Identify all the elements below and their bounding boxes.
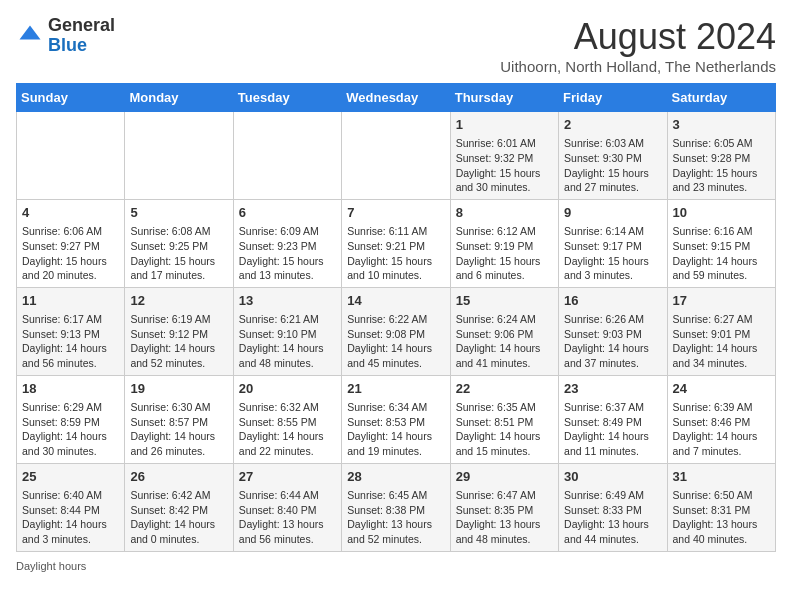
sunset-text: Sunset: 9:23 PM bbox=[239, 239, 336, 254]
header-friday: Friday bbox=[559, 84, 667, 112]
day-number: 31 bbox=[673, 468, 770, 486]
daylight-text: Daylight: 15 hours and 30 minutes. bbox=[456, 166, 553, 195]
day-number: 13 bbox=[239, 292, 336, 310]
sunrise-text: Sunrise: 6:42 AM bbox=[130, 488, 227, 503]
header-monday: Monday bbox=[125, 84, 233, 112]
calendar-cell: 30Sunrise: 6:49 AMSunset: 8:33 PMDayligh… bbox=[559, 463, 667, 551]
daylight-text: Daylight: 14 hours and 11 minutes. bbox=[564, 429, 661, 458]
logo-text: General Blue bbox=[48, 16, 115, 56]
sunset-text: Sunset: 8:42 PM bbox=[130, 503, 227, 518]
day-number: 22 bbox=[456, 380, 553, 398]
calendar-week-1: 1Sunrise: 6:01 AMSunset: 9:32 PMDaylight… bbox=[17, 112, 776, 200]
sunrise-text: Sunrise: 6:12 AM bbox=[456, 224, 553, 239]
sunrise-text: Sunrise: 6:32 AM bbox=[239, 400, 336, 415]
daylight-text: Daylight: 14 hours and 52 minutes. bbox=[130, 341, 227, 370]
sunset-text: Sunset: 8:38 PM bbox=[347, 503, 444, 518]
sunrise-text: Sunrise: 6:17 AM bbox=[22, 312, 119, 327]
sunrise-text: Sunrise: 6:50 AM bbox=[673, 488, 770, 503]
sunset-text: Sunset: 9:15 PM bbox=[673, 239, 770, 254]
sunset-text: Sunset: 9:01 PM bbox=[673, 327, 770, 342]
header-row: Sunday Monday Tuesday Wednesday Thursday… bbox=[17, 84, 776, 112]
daylight-text: Daylight: 15 hours and 27 minutes. bbox=[564, 166, 661, 195]
daylight-text: Daylight: 13 hours and 40 minutes. bbox=[673, 517, 770, 546]
sunrise-text: Sunrise: 6:22 AM bbox=[347, 312, 444, 327]
calendar-cell: 14Sunrise: 6:22 AMSunset: 9:08 PMDayligh… bbox=[342, 287, 450, 375]
day-number: 30 bbox=[564, 468, 661, 486]
calendar-week-3: 11Sunrise: 6:17 AMSunset: 9:13 PMDayligh… bbox=[17, 287, 776, 375]
day-number: 5 bbox=[130, 204, 227, 222]
sunrise-text: Sunrise: 6:27 AM bbox=[673, 312, 770, 327]
calendar-cell: 9Sunrise: 6:14 AMSunset: 9:17 PMDaylight… bbox=[559, 199, 667, 287]
sunrise-text: Sunrise: 6:40 AM bbox=[22, 488, 119, 503]
calendar-cell: 2Sunrise: 6:03 AMSunset: 9:30 PMDaylight… bbox=[559, 112, 667, 200]
sunrise-text: Sunrise: 6:47 AM bbox=[456, 488, 553, 503]
day-number: 19 bbox=[130, 380, 227, 398]
daylight-text: Daylight: 15 hours and 6 minutes. bbox=[456, 254, 553, 283]
sunset-text: Sunset: 9:21 PM bbox=[347, 239, 444, 254]
sunset-text: Sunset: 9:08 PM bbox=[347, 327, 444, 342]
header-tuesday: Tuesday bbox=[233, 84, 341, 112]
sunset-text: Sunset: 9:19 PM bbox=[456, 239, 553, 254]
sunset-text: Sunset: 8:46 PM bbox=[673, 415, 770, 430]
logo-blue-text: Blue bbox=[48, 35, 87, 55]
day-number: 1 bbox=[456, 116, 553, 134]
daylight-text: Daylight: 13 hours and 44 minutes. bbox=[564, 517, 661, 546]
sunset-text: Sunset: 8:44 PM bbox=[22, 503, 119, 518]
svg-marker-0 bbox=[20, 25, 41, 39]
daylight-text: Daylight: 13 hours and 48 minutes. bbox=[456, 517, 553, 546]
calendar-cell: 8Sunrise: 6:12 AMSunset: 9:19 PMDaylight… bbox=[450, 199, 558, 287]
daylight-text: Daylight: 14 hours and 45 minutes. bbox=[347, 341, 444, 370]
day-number: 3 bbox=[673, 116, 770, 134]
day-number: 27 bbox=[239, 468, 336, 486]
day-number: 14 bbox=[347, 292, 444, 310]
calendar-cell: 26Sunrise: 6:42 AMSunset: 8:42 PMDayligh… bbox=[125, 463, 233, 551]
daylight-text: Daylight: 15 hours and 23 minutes. bbox=[673, 166, 770, 195]
calendar-cell: 28Sunrise: 6:45 AMSunset: 8:38 PMDayligh… bbox=[342, 463, 450, 551]
daylight-text: Daylight: 14 hours and 3 minutes. bbox=[22, 517, 119, 546]
sunrise-text: Sunrise: 6:09 AM bbox=[239, 224, 336, 239]
sunset-text: Sunset: 9:30 PM bbox=[564, 151, 661, 166]
calendar-cell bbox=[17, 112, 125, 200]
sunset-text: Sunset: 9:12 PM bbox=[130, 327, 227, 342]
day-number: 16 bbox=[564, 292, 661, 310]
calendar-cell: 16Sunrise: 6:26 AMSunset: 9:03 PMDayligh… bbox=[559, 287, 667, 375]
calendar-cell: 10Sunrise: 6:16 AMSunset: 9:15 PMDayligh… bbox=[667, 199, 775, 287]
sunrise-text: Sunrise: 6:35 AM bbox=[456, 400, 553, 415]
calendar-cell: 5Sunrise: 6:08 AMSunset: 9:25 PMDaylight… bbox=[125, 199, 233, 287]
calendar-cell: 4Sunrise: 6:06 AMSunset: 9:27 PMDaylight… bbox=[17, 199, 125, 287]
calendar-cell: 17Sunrise: 6:27 AMSunset: 9:01 PMDayligh… bbox=[667, 287, 775, 375]
sunrise-text: Sunrise: 6:01 AM bbox=[456, 136, 553, 151]
daylight-text: Daylight: 14 hours and 48 minutes. bbox=[239, 341, 336, 370]
logo: General Blue bbox=[16, 16, 115, 56]
sunset-text: Sunset: 9:25 PM bbox=[130, 239, 227, 254]
title-area: August 2024 Uithoorn, North Holland, The… bbox=[500, 16, 776, 75]
day-number: 21 bbox=[347, 380, 444, 398]
calendar-cell: 15Sunrise: 6:24 AMSunset: 9:06 PMDayligh… bbox=[450, 287, 558, 375]
sunrise-text: Sunrise: 6:26 AM bbox=[564, 312, 661, 327]
calendar-week-5: 25Sunrise: 6:40 AMSunset: 8:44 PMDayligh… bbox=[17, 463, 776, 551]
day-number: 8 bbox=[456, 204, 553, 222]
header-wednesday: Wednesday bbox=[342, 84, 450, 112]
sunset-text: Sunset: 8:57 PM bbox=[130, 415, 227, 430]
header-saturday: Saturday bbox=[667, 84, 775, 112]
sunrise-text: Sunrise: 6:30 AM bbox=[130, 400, 227, 415]
calendar-cell: 18Sunrise: 6:29 AMSunset: 8:59 PMDayligh… bbox=[17, 375, 125, 463]
sunset-text: Sunset: 8:51 PM bbox=[456, 415, 553, 430]
day-number: 2 bbox=[564, 116, 661, 134]
daylight-text: Daylight: 15 hours and 20 minutes. bbox=[22, 254, 119, 283]
day-number: 18 bbox=[22, 380, 119, 398]
calendar-cell: 29Sunrise: 6:47 AMSunset: 8:35 PMDayligh… bbox=[450, 463, 558, 551]
sunset-text: Sunset: 9:06 PM bbox=[456, 327, 553, 342]
sunrise-text: Sunrise: 6:19 AM bbox=[130, 312, 227, 327]
daylight-text: Daylight: 14 hours and 26 minutes. bbox=[130, 429, 227, 458]
calendar-cell: 7Sunrise: 6:11 AMSunset: 9:21 PMDaylight… bbox=[342, 199, 450, 287]
sunset-text: Sunset: 8:31 PM bbox=[673, 503, 770, 518]
daylight-text: Daylight: 14 hours and 41 minutes. bbox=[456, 341, 553, 370]
calendar-cell: 12Sunrise: 6:19 AMSunset: 9:12 PMDayligh… bbox=[125, 287, 233, 375]
day-number: 24 bbox=[673, 380, 770, 398]
calendar-title: August 2024 bbox=[500, 16, 776, 58]
calendar-cell: 23Sunrise: 6:37 AMSunset: 8:49 PMDayligh… bbox=[559, 375, 667, 463]
daylight-text: Daylight: 14 hours and 56 minutes. bbox=[22, 341, 119, 370]
calendar-week-4: 18Sunrise: 6:29 AMSunset: 8:59 PMDayligh… bbox=[17, 375, 776, 463]
daylight-text: Daylight: 13 hours and 56 minutes. bbox=[239, 517, 336, 546]
